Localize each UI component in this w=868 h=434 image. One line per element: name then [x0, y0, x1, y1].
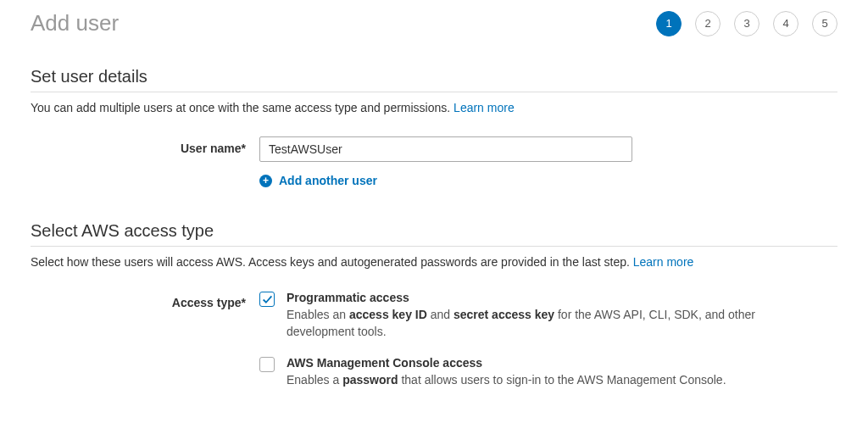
section-desc-access-type: Select how these users will access AWS. …: [31, 255, 837, 269]
add-another-user-button[interactable]: + Add another user: [259, 174, 802, 187]
add-another-user-label: Add another user: [279, 174, 377, 187]
wizard-stepper: 1 2 3 4 5: [656, 11, 837, 36]
step-4[interactable]: 4: [773, 11, 798, 36]
step-3[interactable]: 3: [734, 11, 760, 36]
step-5[interactable]: 5: [812, 11, 837, 36]
select-access-type-section: Select AWS access type Select how these …: [31, 221, 837, 403]
console-access-title: AWS Management Console access: [287, 356, 802, 370]
desc-text: Select how these users will access AWS. …: [31, 255, 633, 269]
username-label: User name*: [31, 136, 259, 155]
plus-circle-icon: +: [259, 175, 272, 187]
set-user-details-section: Set user details You can add multiple us…: [31, 67, 837, 187]
console-access-desc: Enables a password that allows users to …: [287, 371, 795, 388]
access-type-label: Access type*: [31, 291, 259, 309]
username-input[interactable]: [259, 136, 632, 162]
programmatic-access-title: Programmatic access: [287, 291, 802, 304]
section-title-access-type: Select AWS access type: [31, 221, 837, 247]
step-2[interactable]: 2: [695, 11, 721, 36]
programmatic-access-desc: Enables an access key ID and secret acce…: [287, 306, 795, 341]
programmatic-access-checkbox[interactable]: [259, 292, 275, 307]
console-access-checkbox[interactable]: [259, 357, 275, 372]
section-desc-user-details: You can add multiple users at once with …: [31, 101, 837, 114]
step-1[interactable]: 1: [656, 11, 682, 36]
learn-more-link-access[interactable]: Learn more: [633, 255, 694, 269]
console-access-option: AWS Management Console access Enables a …: [259, 356, 802, 388]
desc-text: You can add multiple users at once with …: [31, 101, 453, 114]
section-title-user-details: Set user details: [31, 67, 837, 92]
learn-more-link[interactable]: Learn more: [453, 101, 515, 114]
checkmark-icon: [262, 294, 273, 305]
programmatic-access-option: Programmatic access Enables an access ke…: [259, 291, 802, 341]
page-title: Add user: [31, 10, 119, 36]
